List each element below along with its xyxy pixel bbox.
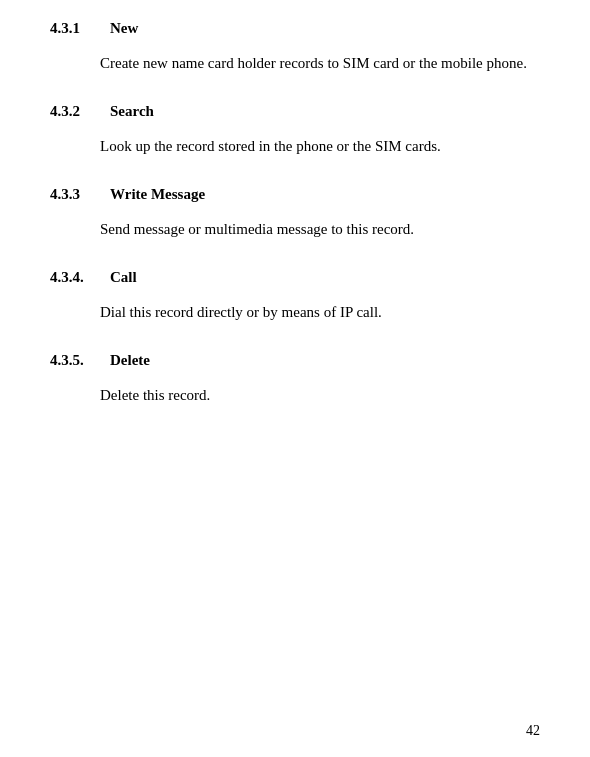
section-heading-4-3-5: 4.3.5. Delete	[50, 352, 540, 369]
section-body-4-3-4: Dial this record directly or by means of…	[50, 300, 540, 324]
section-title-4-3-2: Search	[110, 103, 154, 120]
section-title-4-3-3: Write Message	[110, 186, 205, 203]
section-text-4-3-1: Create new name card holder records to S…	[100, 51, 540, 75]
section-body-4-3-2: Look up the record stored in the phone o…	[50, 134, 540, 158]
section-body-4-3-3: Send message or multimedia message to th…	[50, 217, 540, 241]
section-title-4-3-4: Call	[110, 269, 137, 286]
section-text-4-3-2: Look up the record stored in the phone o…	[100, 134, 540, 158]
section-body-4-3-5: Delete this record.	[50, 383, 540, 407]
section-number-4-3-4: 4.3.4.	[50, 269, 110, 286]
section-4-3-2: 4.3.2 Search Look up the record stored i…	[50, 103, 540, 158]
section-number-4-3-3: 4.3.3	[50, 186, 110, 203]
section-title-4-3-1: New	[110, 20, 138, 37]
section-number-4-3-1: 4.3.1	[50, 20, 110, 37]
section-4-3-3: 4.3.3 Write Message Send message or mult…	[50, 186, 540, 241]
section-heading-4-3-4: 4.3.4. Call	[50, 269, 540, 286]
section-text-4-3-4: Dial this record directly or by means of…	[100, 300, 540, 324]
section-heading-4-3-2: 4.3.2 Search	[50, 103, 540, 120]
section-heading-4-3-1: 4.3.1 New	[50, 20, 540, 37]
section-text-4-3-3: Send message or multimedia message to th…	[100, 217, 540, 241]
section-heading-4-3-3: 4.3.3 Write Message	[50, 186, 540, 203]
section-body-4-3-1: Create new name card holder records to S…	[50, 51, 540, 75]
section-number-4-3-2: 4.3.2	[50, 103, 110, 120]
section-4-3-1: 4.3.1 New Create new name card holder re…	[50, 20, 540, 75]
section-title-4-3-5: Delete	[110, 352, 150, 369]
section-text-4-3-5: Delete this record.	[100, 383, 540, 407]
page-number: 42	[526, 723, 540, 739]
section-4-3-5: 4.3.5. Delete Delete this record.	[50, 352, 540, 407]
section-4-3-4: 4.3.4. Call Dial this record directly or…	[50, 269, 540, 324]
section-number-4-3-5: 4.3.5.	[50, 352, 110, 369]
page-container: 4.3.1 New Create new name card holder re…	[0, 0, 590, 757]
